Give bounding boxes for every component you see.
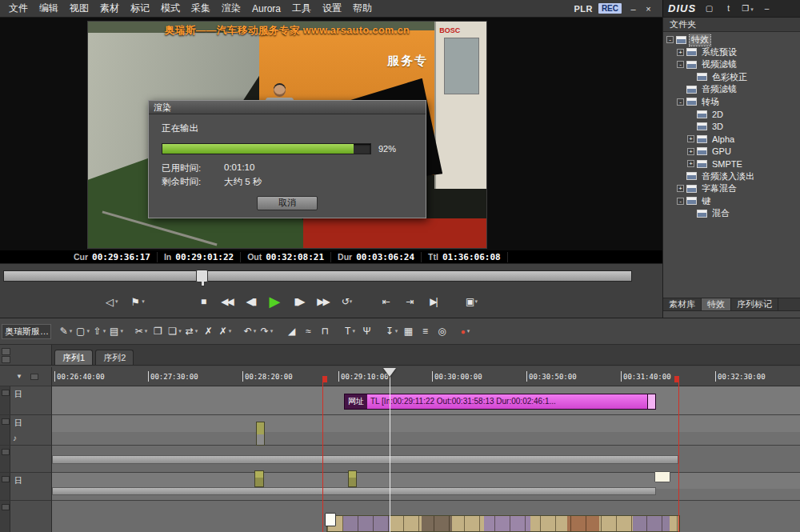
expander-icon[interactable]: + <box>677 49 684 56</box>
tree-item[interactable]: 2D <box>663 108 800 121</box>
new-sequence-button[interactable]: ▢ <box>74 322 91 340</box>
playhead-handle[interactable] <box>383 368 396 377</box>
position-bar[interactable] <box>3 270 632 282</box>
play-around-button[interactable]: ▶| <box>422 291 444 311</box>
expander-icon[interactable] <box>687 110 694 118</box>
tree-item[interactable]: + 系统预设 <box>663 46 800 59</box>
menu-item[interactable]: 工具 <box>286 0 317 17</box>
tree-item[interactable]: 3D <box>663 121 800 134</box>
track-header-video-1[interactable]: 日 <box>0 386 52 415</box>
track-patch-toggle[interactable] <box>0 446 10 472</box>
speaker-icon[interactable]: ♪ <box>13 434 17 442</box>
small-clip[interactable] <box>348 470 357 487</box>
tree-item[interactable]: 音频淡入淡出 <box>663 170 800 183</box>
play-button[interactable]: ▶ <box>264 291 286 311</box>
clip-trim-handle[interactable] <box>647 394 655 409</box>
expander-icon[interactable] <box>677 86 684 93</box>
menu-item[interactable]: Aurora <box>246 2 286 16</box>
replace-button[interactable]: ⇄ <box>183 322 200 340</box>
marker-triangle-icon[interactable]: ▼ <box>16 373 22 380</box>
sequence-tab[interactable]: 序列2 <box>95 350 134 365</box>
expander-icon[interactable]: - <box>677 198 684 205</box>
timeline-clip-url[interactable]: 网址 TL [In:00:29:11:22 Out:00:31:58:13 Du… <box>344 394 656 410</box>
frame-back-button[interactable]: ◀▮ <box>240 291 262 311</box>
tree-item[interactable]: - 键 <box>663 195 800 208</box>
t-icon[interactable]: t <box>722 4 734 13</box>
position-thumb[interactable] <box>196 270 208 282</box>
menu-item[interactable]: 设置 <box>317 0 347 17</box>
tree-item[interactable]: + 字幕混合 <box>663 182 800 195</box>
small-clip[interactable] <box>254 470 264 487</box>
tree-item[interactable]: + GPU <box>663 146 800 158</box>
paste-button[interactable]: ❏ <box>166 322 183 340</box>
audio-monitor-button[interactable]: ◁ <box>106 293 118 310</box>
expander-icon[interactable]: + <box>687 148 694 155</box>
menu-item[interactable]: 文件 <box>3 0 34 17</box>
menu-item[interactable]: 标记 <box>125 0 155 17</box>
cut-button[interactable]: ✂ <box>133 322 150 340</box>
copy-button[interactable]: ❐ <box>150 322 166 340</box>
fast-forward-button[interactable]: ▶▶ <box>312 291 334 311</box>
menu-item[interactable]: 素材 <box>94 0 125 17</box>
track-patch-toggle[interactable] <box>0 473 10 500</box>
track-toggle-icon[interactable]: 日 <box>10 386 22 414</box>
track-patch-toggle[interactable] <box>0 386 10 414</box>
track-header-audio-2[interactable] <box>0 501 52 532</box>
add-to-timeline-button[interactable]: ⇧ <box>91 322 108 340</box>
small-clip[interactable] <box>256 422 265 446</box>
menu-item[interactable]: 采集 <box>186 0 216 17</box>
maximize-button[interactable]: ▢ <box>703 4 715 13</box>
expander-icon[interactable]: + <box>687 160 694 167</box>
track-header-audio-1[interactable] <box>0 446 52 473</box>
palette-tab[interactable]: 特效 <box>702 298 731 310</box>
menu-item[interactable]: 视图 <box>64 0 94 17</box>
goto-in-button[interactable]: ⇤ <box>374 291 396 311</box>
expander-icon[interactable] <box>687 210 694 217</box>
rewind-button[interactable]: ◀◀ <box>216 291 238 311</box>
track-patch-toggle[interactable] <box>0 501 10 532</box>
rec-mode-button[interactable]: REC <box>598 3 622 14</box>
fade-button[interactable]: ◢ <box>283 322 300 340</box>
audio-clip-bar[interactable] <box>52 487 656 495</box>
sequence-tab[interactable]: 序列1 <box>54 350 93 365</box>
audio-clip-bar[interactable] <box>52 455 678 464</box>
undo-button[interactable]: ↶ <box>242 322 258 340</box>
close-button[interactable]: × <box>642 4 654 14</box>
expander-icon[interactable]: - <box>677 61 684 68</box>
palette-tab[interactable]: 序列标记 <box>731 298 778 310</box>
tree-item[interactable]: - 视频滤镜 <box>663 58 800 71</box>
record-button[interactable]: ● <box>457 322 474 340</box>
menu-item[interactable]: 编辑 <box>34 0 64 17</box>
tree-item[interactable]: - 转场 <box>663 96 800 109</box>
expander-icon[interactable]: + <box>677 185 684 192</box>
expander-icon[interactable] <box>677 173 684 180</box>
delete-button[interactable]: ✗ <box>217 322 234 340</box>
track-options-icon[interactable] <box>30 374 38 380</box>
goto-out-button[interactable]: ⇥ <box>398 291 420 311</box>
expander-icon[interactable] <box>687 74 694 81</box>
marker-button[interactable]: ⚑ <box>131 293 145 310</box>
minimize-button[interactable]: ‒ <box>627 4 639 14</box>
redo-button[interactable]: ↷ <box>258 322 275 340</box>
volume-rubber-button[interactable]: ≈ <box>300 322 317 340</box>
frame-forward-button[interactable]: ▮▶ <box>288 291 310 311</box>
stop-button[interactable]: ■ <box>192 291 214 311</box>
expander-icon[interactable]: - <box>666 36 674 43</box>
filmstrip-clip[interactable] <box>326 515 680 532</box>
palette-tab[interactable]: 素材库 <box>663 298 702 310</box>
expander-icon[interactable] <box>687 123 694 130</box>
minimize2-button[interactable]: ‒ <box>761 4 773 13</box>
cancel-button[interactable]: 取消 <box>257 196 318 210</box>
tree-item[interactable]: 色彩校正 <box>663 71 800 84</box>
menu-item[interactable]: 帮助 <box>347 0 378 17</box>
selected-small-clip[interactable] <box>654 471 670 482</box>
dialog-titlebar[interactable]: 渲染 <box>149 101 426 114</box>
save-button[interactable]: ▤ <box>108 322 125 340</box>
expander-icon[interactable]: - <box>677 98 684 106</box>
grid-view-button[interactable]: ▦ <box>400 322 417 340</box>
plr-mode-button[interactable]: PLR <box>574 4 593 14</box>
track-header-video-2[interactable]: 日 ♪ <box>0 415 52 446</box>
tree-item[interactable]: 混合 <box>663 207 800 220</box>
voice-over-button[interactable]: Ψ <box>358 322 375 340</box>
group-link-button[interactable]: ⊓ <box>317 322 334 340</box>
